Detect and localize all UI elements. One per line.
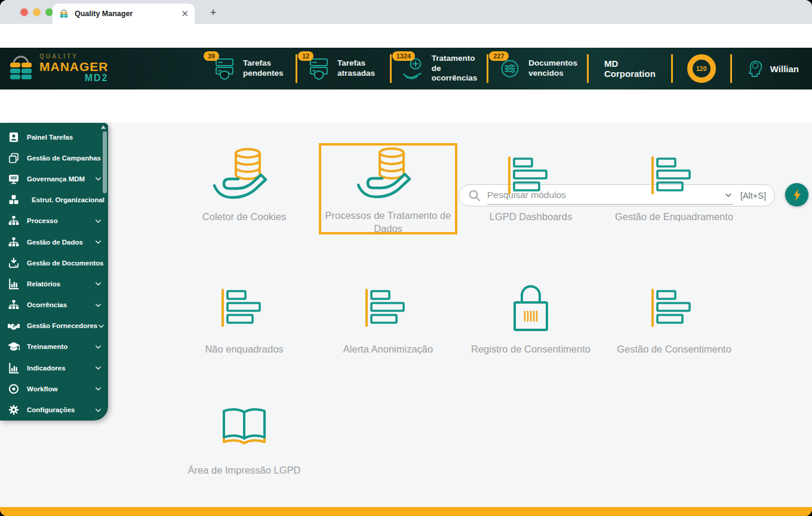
new-tab-button[interactable]: + (205, 5, 221, 20)
tab-title: Quality Manager (75, 10, 176, 18)
download-tray-icon (7, 257, 20, 270)
sidebar-item-label: Processo (27, 217, 58, 224)
database-hand-icon (210, 146, 279, 205)
module-alerta-anonimizacao[interactable]: Alerta Anonimização (319, 276, 457, 367)
logo-word-manager: MANAGER (39, 60, 109, 73)
logo-lock-bars-icon (8, 55, 33, 82)
address-bar-row: https://www.md2qualitymanager.com/lgpd_p… (0, 24, 812, 48)
module-label: Gestão de Enquadramento (615, 210, 733, 223)
person-badge-icon (7, 131, 20, 144)
tab-close-icon[interactable]: ✕ (181, 8, 189, 19)
module-processos-de-tratamento-de-dados[interactable]: Processos de Tratamento de Dados (319, 143, 457, 234)
sub-toolbar: [Alt+S] (0, 89, 812, 122)
horizontal-bars-icon (363, 288, 413, 327)
stat-label: Tarefas atrasadas (337, 58, 380, 79)
module-gestao-de-enquadramento[interactable]: Gestão de Enquadramento (605, 143, 743, 234)
sidebar-item-treinamento[interactable]: Treinamento (0, 336, 108, 357)
sidebar-item-relatorios[interactable]: Relatórios (0, 273, 108, 294)
module-nao-enquadrados[interactable]: Não enquadrados (175, 276, 313, 367)
user-menu[interactable]: Willian (732, 58, 812, 79)
user-name: Willian (770, 64, 799, 74)
sidebar-item-gestao-de-documentos[interactable]: Gestão de Documentos (0, 252, 108, 273)
monitor-list-icon (7, 172, 20, 186)
chevron-down-icon (94, 280, 102, 288)
quick-action-button[interactable] (785, 183, 808, 206)
gear-icon (7, 403, 20, 416)
org-chart-icon (7, 214, 20, 227)
chevron-down-icon (94, 406, 102, 414)
stat-tarefas-pendentes[interactable]: 39 Tarefas pendentes (203, 57, 296, 81)
target-icon (7, 382, 20, 396)
sidebar-scrollbar[interactable] (103, 131, 107, 193)
tab-strip: Quality Manager ✕ + (0, 0, 812, 24)
sidebar-item-gestao-de-dados[interactable]: Gestão de Dados (0, 231, 108, 252)
window-controls[interactable] (20, 8, 53, 16)
sidebar-item-processo[interactable]: Processo (0, 211, 108, 231)
sidebar-item-governanca-mdm[interactable]: Governança MDM (0, 168, 108, 189)
bottom-accent-bar (0, 507, 812, 516)
score-ring[interactable]: 120 (673, 54, 730, 83)
module-lgpd-dashboards[interactable]: LGPD Dashboards (462, 143, 600, 234)
module-label: Gestão de Consentimento (617, 342, 731, 356)
horizontal-bars-icon (649, 288, 699, 327)
lightning-bolt-icon (792, 189, 802, 202)
quality-manager-logo[interactable]: QUALITY MANAGER MD2 (0, 54, 203, 83)
horizontal-bars-icon (219, 288, 269, 327)
module-label: Área de Impressão LGPD (188, 464, 301, 477)
stat-tarefas-atrasadas[interactable]: 12 Tarefas atrasadas (297, 57, 390, 81)
stat-tratamento-ocorrencias[interactable]: 1324 Tratamento de ocorrências (392, 54, 487, 84)
sidebar-item-label: Gestão de Documentos (27, 259, 103, 267)
logo-word-md2: MD2 (39, 73, 109, 84)
chevron-down-icon (97, 322, 105, 330)
chevron-down-icon (94, 385, 102, 393)
graduation-cap-icon (7, 340, 20, 353)
module-coletor-de-cookies[interactable]: Coletor de Cookies (175, 143, 313, 234)
minimize-window-button[interactable] (33, 8, 41, 16)
sidebar-item-label: Relatórios (27, 280, 60, 288)
module-label: Registro de Consentimento (471, 342, 590, 356)
scroll-up-arrow-icon[interactable] (101, 125, 106, 129)
module-gestao-de-consentimento[interactable]: Gestão de Consentimento (605, 276, 743, 367)
sidebar-item-configuracoes[interactable]: Configurações (0, 399, 108, 420)
chevron-down-icon (94, 238, 102, 246)
module-area-de-impressao-lgpd[interactable]: Área de Impressão LGPD (175, 397, 313, 480)
count-badge: 39 (204, 51, 219, 61)
sidebar-item-estrut-organizacional[interactable]: Estrut. Organizacional (0, 190, 108, 211)
sidebar-item-label: Indicadores (27, 364, 66, 372)
sidebar-item-ocorrencias[interactable]: Ocorrências (0, 295, 108, 316)
count-badge: 1324 (392, 51, 415, 61)
sidebar-item-label: Treinamento (27, 343, 67, 350)
sidebar-item-label: Configurações (27, 406, 75, 413)
horizontal-bars-icon (506, 156, 556, 195)
chevron-down-icon (94, 364, 102, 372)
module-label: Alerta Anonimização (343, 342, 433, 356)
browser-window: Quality Manager ✕ + https://www.md2quali… (0, 0, 812, 516)
logo-text: QUALITY MANAGER MD2 (39, 54, 109, 83)
stat-label: Tratamento de ocorrências (432, 54, 478, 84)
sidebar-item-label: Estrut. Organizacional (32, 196, 104, 203)
sidebar-item-gestao-de-campanhas[interactable]: Gestão de Campanhas (0, 147, 108, 168)
sidebar-item-painel-tarefas[interactable]: Painel Tarefas (0, 126, 108, 147)
stat-label: Documentos vencidos (528, 58, 577, 79)
favicon-quality-manager-icon (59, 8, 69, 19)
sidebar-item-label: Painel Tarefas (27, 134, 73, 141)
sidebar-item-label: Ocorrências (27, 301, 67, 308)
stat-documentos-vencidos[interactable]: 227 Documentos vencidos (488, 57, 587, 81)
bar-chart-icon (7, 361, 20, 375)
sidebar-item-indicadores[interactable]: Indicadores (0, 357, 108, 378)
org-chart-icon (7, 236, 20, 249)
sidebar-item-workflow[interactable]: Workflow (0, 378, 108, 399)
open-book-icon (214, 407, 274, 450)
close-window-button[interactable] (20, 8, 28, 16)
search-shortcut-hint: [Alt+S] (740, 191, 766, 200)
sidebar-item-label: Workflow (27, 385, 58, 393)
chevron-down-icon (94, 217, 102, 225)
module-registro-de-consentimento[interactable]: Registro de Consentimento (462, 276, 600, 367)
browser-tab[interactable]: Quality Manager ✕ (53, 4, 195, 24)
sidebar-item-label: Gestão Fornecedores (27, 322, 97, 329)
copy-pages-icon (7, 152, 20, 165)
company-name[interactable]: MD Corporation (589, 58, 671, 79)
sidebar-item-gestao-fornecedores[interactable]: Gestão Fornecedores (0, 316, 108, 336)
chevron-down-icon (94, 301, 102, 309)
org-chart-icon (7, 298, 20, 311)
